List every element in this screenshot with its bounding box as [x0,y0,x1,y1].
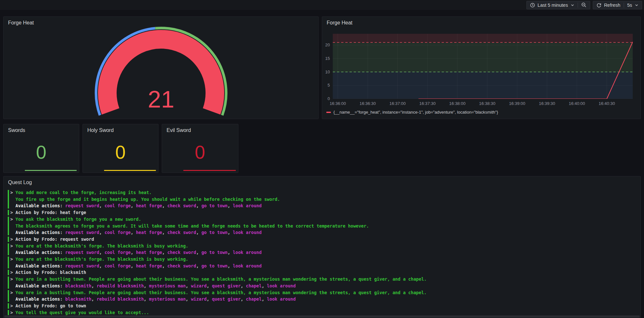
quest-log-line: >You add more coal to the forge, increas… [15,189,637,196]
x-axis-tick-label: 16:39:30 [536,101,558,106]
chevron-right-icon: > [10,276,13,283]
quest-log-line: >You are at the blacksmith's forge. The … [15,243,637,249]
quest-log-entry: >You ask the blacksmith to forge you a n… [7,216,637,236]
x-axis-tick-label: 16:40:30 [596,101,618,106]
panel-title[interactable]: Quest Log [8,180,32,185]
quest-log-line: >Action by Frodo: go to town [15,303,637,309]
quest-log-entry: >You are at the blacksmith's forge. The … [7,256,637,269]
panel-title[interactable]: Forge Heat [327,20,352,26]
quest-log-entry: >Action by Frodo: request sword [7,236,637,243]
stat-value: 0 [83,143,158,162]
legend-series-marker [326,112,331,113]
zoom-out-button[interactable] [578,1,590,9]
dashboard-toolbar: Last 5 minutes Refresh [0,0,644,10]
sparkline [25,170,77,171]
time-range-label: Last 5 minutes [538,3,568,8]
quest-log-entries: >You add more coal to the forge, increas… [7,189,637,315]
quest-log-line: Available actions: blacksmith, rebuild b… [15,296,637,303]
x-axis-tick-label: 16:38:30 [476,101,498,106]
panel-stat-evil-sword: Evil Sword 0 [162,124,238,173]
quest-log-line: >Action by Frodo: request sword [15,236,637,243]
quest-log-line: >You are in a bustling town. People are … [15,276,637,283]
quest-log-entry: >Action by Frodo: blacksmith [7,269,637,276]
chevron-right-icon: > [10,289,13,296]
refresh-button[interactable]: Refresh [593,1,624,9]
stat-value: 0 [4,143,79,162]
forge-heat-gauge: 21 [4,17,318,119]
time-range-picker[interactable]: Last 5 minutes [527,1,578,9]
refresh-interval-label: 5s [627,3,632,8]
quest-log-line: The blacksmith agrees to forge you a swo… [15,223,637,229]
time-controls-group: Last 5 minutes [526,1,590,9]
quest-log-line: Available actions: request sword, cool f… [15,249,637,256]
quest-log-entry: >You are at the blacksmith's forge. The … [7,243,637,256]
quest-log-line: >You ask the blacksmith to forge you a n… [15,216,637,223]
forge-heat-chart[interactable] [333,34,633,99]
chevron-right-icon: > [10,216,13,223]
quest-log-line: >You are at the blacksmith's forge. The … [15,256,637,263]
quest-log-entry: >You tell the quest give you would like … [7,309,637,315]
sparkline [183,170,236,171]
chevron-down-icon [571,3,574,7]
y-axis-tick-label: 15 [322,56,330,61]
zoom-out-icon [581,2,587,8]
horizontal-scrollbar[interactable] [4,315,640,317]
x-axis-tick-label: 16:37:30 [416,101,439,106]
quest-log-line: Available actions: request sword, cool f… [15,263,637,269]
x-axis-tick-label: 16:39:00 [506,101,528,106]
panel-title[interactable]: Evil Sword [167,127,191,133]
quest-log-entry: >You are in a bustling town. People are … [7,289,637,303]
y-axis-tick-label: 0 [322,96,330,101]
panel-stat-swords: Swords 0 [3,124,79,173]
y-axis-tick-label: 10 [322,70,330,74]
quest-log-entry: >You add more coal to the forge, increas… [7,189,637,209]
quest-log-entry: >You are in a bustling town. People are … [7,276,637,289]
quest-log-line: >Action by Frodo: heat forge [15,209,637,216]
panel-title[interactable]: Swords [8,127,25,133]
legend-item[interactable]: {__name__="forge_heat", instance="instan… [326,110,498,115]
chevron-down-icon [635,3,639,7]
stat-value: 0 [162,143,238,162]
chevron-right-icon: > [10,303,13,309]
x-axis-tick-label: 16:36:00 [326,101,349,106]
panel-stat-holy-sword: Holy Sword 0 [82,124,159,173]
refresh-interval-dropdown[interactable]: 5s [624,1,642,9]
chevron-right-icon: > [10,309,13,315]
refresh-label: Refresh [604,3,620,8]
y-axis-tick-label: 20 [322,42,330,47]
x-axis-tick-label: 16:40:00 [566,101,588,106]
chevron-right-icon: > [10,209,13,216]
x-axis-tick-label: 16:37:00 [386,101,409,106]
quest-log-line: Available actions: request sword, cool f… [15,229,637,236]
quest-log-entry: >Action by Frodo: heat forge [7,209,637,216]
chevron-right-icon: > [10,243,13,249]
y-axis-tick-label: 5 [322,83,330,88]
panel-forge-heat-timeseries: Forge Heat {__name__="forge_heat", insta… [322,16,641,119]
quest-log-line: >Action by Frodo: blacksmith [15,269,637,276]
clock-icon [530,3,535,8]
sparkline [104,170,156,171]
panel-forge-heat-gauge: Forge Heat 21 [3,16,319,119]
quest-log-line: Available actions: blacksmith, rebuild b… [15,283,637,289]
chevron-right-icon: > [10,256,13,263]
quest-log-entry: >Action by Frodo: go to town [7,303,637,309]
x-axis-tick-label: 16:38:00 [446,101,469,106]
chevron-right-icon: > [10,189,13,196]
refresh-icon [596,3,601,8]
refresh-controls-group: Refresh 5s [593,1,642,9]
quest-log-line: >You tell the quest give you would like … [15,309,637,315]
x-axis-tick-label: 16:36:30 [356,101,379,106]
svg-text:21: 21 [148,86,174,113]
panel-quest-log: Quest Log >You add more coal to the forg… [3,176,641,318]
legend-series-label: {__name__="forge_heat", instance="instan… [333,110,498,115]
quest-log-line: Available actions: request sword, cool f… [15,202,637,209]
chevron-right-icon: > [10,269,13,276]
chevron-right-icon: > [10,236,13,243]
quest-log-line: You fire up the forge and it begins heat… [15,196,637,203]
quest-log-line: >You are in a bustling town. People are … [15,289,637,296]
panel-title[interactable]: Holy Sword [87,127,114,133]
